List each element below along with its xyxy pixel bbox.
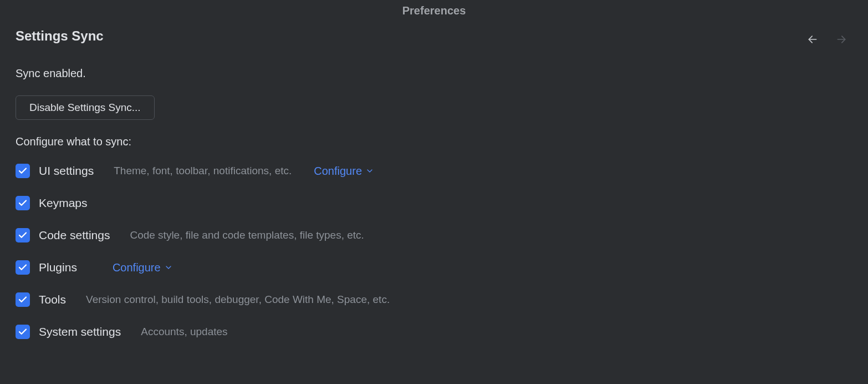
back-button[interactable] <box>806 33 819 46</box>
sync-option-keymaps: Keymaps <box>16 196 852 210</box>
check-icon <box>18 262 28 272</box>
check-icon <box>18 198 28 208</box>
option-label: UI settings <box>39 164 94 178</box>
configure-link-text: Configure <box>113 261 161 274</box>
sync-option-ui-settings: UI settings Theme, font, toolbar, notifi… <box>16 164 852 178</box>
forward-button[interactable] <box>835 33 848 46</box>
configure-link-text: Configure <box>314 165 362 178</box>
check-icon <box>18 327 28 337</box>
checkbox-ui-settings[interactable] <box>16 164 30 178</box>
sync-option-plugins: Plugins Configure <box>16 260 852 275</box>
checkbox-plugins[interactable] <box>16 260 30 275</box>
option-label: Keymaps <box>39 196 88 210</box>
chevron-down-icon <box>365 166 374 175</box>
option-description: Theme, font, toolbar, notifications, etc… <box>114 165 292 177</box>
option-label: System settings <box>39 325 121 338</box>
checkbox-keymaps[interactable] <box>16 196 30 210</box>
option-description: Version control, build tools, debugger, … <box>86 294 390 306</box>
preferences-title: Preferences <box>402 4 466 17</box>
check-icon <box>18 295 28 305</box>
option-label: Plugins <box>39 261 77 274</box>
configure-ui-settings-link[interactable]: Configure <box>314 165 374 178</box>
check-icon <box>18 166 28 176</box>
nav-arrows <box>806 33 848 46</box>
configure-section-label: Configure what to sync: <box>16 135 852 148</box>
sync-option-code-settings: Code settings Code style, file and code … <box>16 228 852 242</box>
sync-option-system-settings: System settings Accounts, updates <box>16 325 852 339</box>
checkbox-code-settings[interactable] <box>16 228 30 242</box>
option-description: Code style, file and code templates, fil… <box>130 229 364 241</box>
preferences-header: Preferences <box>0 0 868 28</box>
sync-status: Sync enabled. <box>16 67 852 80</box>
checkbox-system-settings[interactable] <box>16 325 30 339</box>
checkbox-tools[interactable] <box>16 292 30 307</box>
page-title: Settings Sync <box>16 28 852 44</box>
option-label: Tools <box>39 293 66 306</box>
sync-option-tools: Tools Version control, build tools, debu… <box>16 292 852 307</box>
option-label: Code settings <box>39 229 110 242</box>
arrow-left-icon <box>807 34 818 45</box>
disable-sync-button[interactable]: Disable Settings Sync... <box>16 95 155 120</box>
sync-options-list: UI settings Theme, font, toolbar, notifi… <box>16 164 852 339</box>
option-description: Accounts, updates <box>141 326 227 338</box>
configure-plugins-link[interactable]: Configure <box>113 261 173 274</box>
settings-sync-content: Settings Sync Sync enabled. Disable Sett… <box>0 28 868 339</box>
check-icon <box>18 230 28 240</box>
chevron-down-icon <box>164 263 173 272</box>
arrow-right-icon <box>836 34 847 45</box>
